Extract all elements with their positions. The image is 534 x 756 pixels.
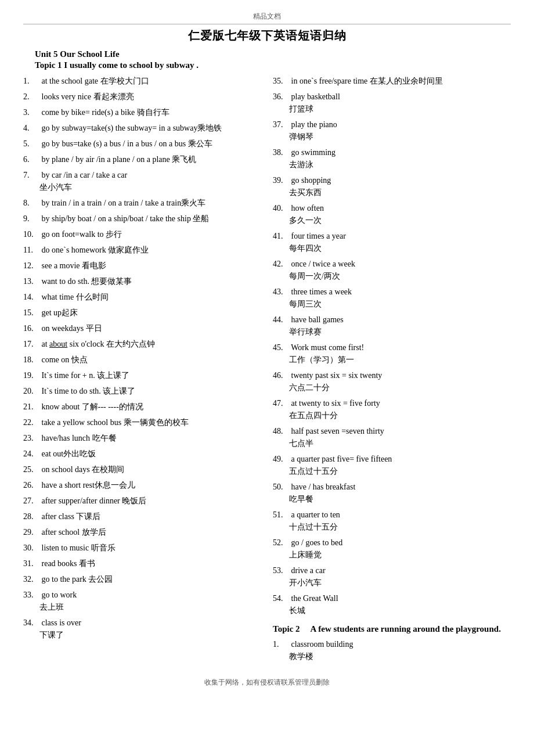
list-item: 49. a quarter past five= five fifteen 五点…: [273, 453, 511, 477]
list-item: 3. come by bike= ride(s) a bike 骑自行车: [23, 106, 261, 118]
list-item: 38. go swimming 去游泳: [273, 146, 511, 171]
list-item: 29. after school 放学后: [23, 526, 261, 538]
list-item: 6. by plane / by air /in a plane / on a …: [23, 153, 261, 165]
list-item: 41. four times a year 每年四次: [273, 230, 511, 254]
list-item: 4. go by subway=take(s) the subway= in a…: [23, 122, 261, 134]
list-item: 18. come on 快点: [23, 354, 261, 366]
list-item: 11. do one`s homework 做家庭作业: [23, 244, 261, 256]
list-item: 33. go to work 去上班: [23, 589, 261, 613]
left-column: 1. at the school gate 在学校大门口 2. looks ve…: [23, 75, 267, 666]
list-item: 31. read books 看书: [23, 557, 261, 570]
list-item: 45. Work must come first! 工作（学习）第一: [273, 341, 511, 366]
list-item: 21. know about 了解--- ----的情况: [23, 401, 261, 413]
list-item: 46. twenty past six = six twenty 六点二十分: [273, 369, 511, 394]
list-item: 48. half past seven =seven thirty 七点半: [273, 425, 511, 449]
list-item: 47. at twenty to six = five forty 在五点四十分: [273, 397, 511, 422]
list-item: 13. want to do sth. 想要做某事: [23, 275, 261, 287]
list-item: 8. by train / in a train / on a train / …: [23, 197, 261, 209]
list-item: 16. on weekdays 平日: [23, 322, 261, 334]
topic1-title: Topic 1 I usually come to school by subw…: [35, 60, 511, 70]
list-item: 19. It`s time for + n. 该上课了: [23, 369, 261, 381]
main-title: 仁爱版七年级下英语短语归纳: [23, 28, 511, 44]
list-item: 42. once / twice a week 每周一次/两次: [273, 258, 511, 282]
list-item: 37. play the piano 弹钢琴: [273, 118, 511, 143]
list-item: 2. looks very nice 看起来漂亮: [23, 91, 261, 103]
list-item: 35. in one`s free/spare time 在某人的业余时间里: [273, 75, 511, 87]
list-item: 10. go on foot=walk to 步行: [23, 228, 261, 240]
list-item: 22. take a yellow school bus 乘一辆黄色的校车: [23, 416, 261, 429]
list-item: 54. the Great Wall 长城: [273, 592, 511, 617]
list-item: 36. play basketball 打篮球: [273, 91, 511, 115]
list-item: 43. three times a week 每周三次: [273, 286, 511, 310]
list-item: 52. go / goes to bed 上床睡觉: [273, 537, 511, 561]
list-item: 27. after supper/after dinner 晚饭后: [23, 495, 261, 507]
list-item: 20. It`s time to do sth. 该上课了: [23, 385, 261, 397]
list-item: 15. get up起床: [23, 307, 261, 319]
top-label: 精品文档: [23, 12, 511, 21]
list-item: 17. at about six o'clock 在大约六点钟: [23, 338, 261, 350]
list-item: 32. go to the park 去公园: [23, 573, 261, 585]
unit-title: Unit 5 Our School Life: [35, 49, 511, 59]
list-item: 26. have a short rest休息一会儿: [23, 479, 261, 491]
list-item: 44. have ball games 举行球赛: [273, 314, 511, 338]
list-item: 34. class is over 下课了: [23, 617, 261, 641]
list-item: 1. classroom building 教学楼: [273, 638, 511, 663]
topic2-title: Topic 2 A few students are running aroun…: [273, 622, 511, 636]
footer-text: 收集于网络，如有侵权请联系管理员删除: [23, 678, 511, 687]
list-item: 23. have/has lunch 吃午餐: [23, 432, 261, 444]
list-item: 7. by car /in a car / take a car 坐小汽车: [23, 169, 261, 193]
list-item: 1. at the school gate 在学校大门口: [23, 75, 261, 87]
list-item: 30. listen to music 听音乐: [23, 542, 261, 554]
list-item: 39. go shopping 去买东西: [273, 174, 511, 199]
right-column: 35. in one`s free/spare time 在某人的业余时间里 3…: [267, 75, 511, 666]
list-item: 51. a quarter to ten 十点过十五分: [273, 509, 511, 533]
list-item: 9. by ship/by boat / on a ship/boat / ta…: [23, 213, 261, 225]
list-item: 12. see a movie 看电影: [23, 260, 261, 272]
list-item: 50. have / has breakfast 吃早餐: [273, 481, 511, 505]
list-item: 28. after class 下课后: [23, 510, 261, 523]
list-item: 53. drive a car 开小汽车: [273, 564, 511, 589]
list-item: 25. on school days 在校期间: [23, 463, 261, 476]
list-item: 24. eat out外出吃饭: [23, 448, 261, 460]
list-item: 14. what time 什么时间: [23, 291, 261, 303]
list-item: 5. go by bus=take (s) a bus / in a bus /…: [23, 138, 261, 150]
list-item: 40. how often 多久一次: [273, 202, 511, 226]
